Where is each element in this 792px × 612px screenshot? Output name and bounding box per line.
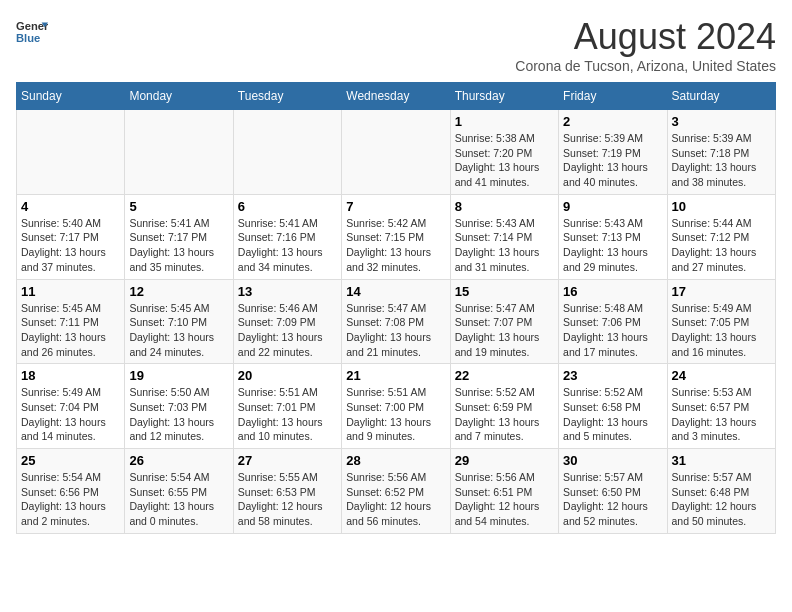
calendar-cell: 15Sunrise: 5:47 AM Sunset: 7:07 PM Dayli… [450, 279, 558, 364]
calendar-cell: 10Sunrise: 5:44 AM Sunset: 7:12 PM Dayli… [667, 194, 775, 279]
day-info: Sunrise: 5:54 AM Sunset: 6:56 PM Dayligh… [21, 470, 120, 529]
day-info: Sunrise: 5:45 AM Sunset: 7:11 PM Dayligh… [21, 301, 120, 360]
day-info: Sunrise: 5:55 AM Sunset: 6:53 PM Dayligh… [238, 470, 337, 529]
day-number: 27 [238, 453, 337, 468]
calendar-cell: 5Sunrise: 5:41 AM Sunset: 7:17 PM Daylig… [125, 194, 233, 279]
day-number: 18 [21, 368, 120, 383]
day-number: 25 [21, 453, 120, 468]
day-number: 10 [672, 199, 771, 214]
day-number: 11 [21, 284, 120, 299]
calendar-cell: 1Sunrise: 5:38 AM Sunset: 7:20 PM Daylig… [450, 110, 558, 195]
day-header-tuesday: Tuesday [233, 83, 341, 110]
day-number: 13 [238, 284, 337, 299]
calendar-cell: 4Sunrise: 5:40 AM Sunset: 7:17 PM Daylig… [17, 194, 125, 279]
calendar-table: SundayMondayTuesdayWednesdayThursdayFrid… [16, 82, 776, 534]
day-number: 6 [238, 199, 337, 214]
week-row-2: 4Sunrise: 5:40 AM Sunset: 7:17 PM Daylig… [17, 194, 776, 279]
calendar-cell: 11Sunrise: 5:45 AM Sunset: 7:11 PM Dayli… [17, 279, 125, 364]
day-number: 26 [129, 453, 228, 468]
day-info: Sunrise: 5:41 AM Sunset: 7:17 PM Dayligh… [129, 216, 228, 275]
calendar-cell: 6Sunrise: 5:41 AM Sunset: 7:16 PM Daylig… [233, 194, 341, 279]
calendar-cell: 30Sunrise: 5:57 AM Sunset: 6:50 PM Dayli… [559, 449, 667, 534]
day-number: 16 [563, 284, 662, 299]
day-info: Sunrise: 5:38 AM Sunset: 7:20 PM Dayligh… [455, 131, 554, 190]
day-number: 7 [346, 199, 445, 214]
calendar-cell: 12Sunrise: 5:45 AM Sunset: 7:10 PM Dayli… [125, 279, 233, 364]
day-info: Sunrise: 5:54 AM Sunset: 6:55 PM Dayligh… [129, 470, 228, 529]
day-number: 4 [21, 199, 120, 214]
day-header-wednesday: Wednesday [342, 83, 450, 110]
logo-icon: General Blue [16, 16, 48, 48]
day-number: 12 [129, 284, 228, 299]
day-header-thursday: Thursday [450, 83, 558, 110]
calendar-cell: 9Sunrise: 5:43 AM Sunset: 7:13 PM Daylig… [559, 194, 667, 279]
title-block: August 2024 Corona de Tucson, Arizona, U… [515, 16, 776, 74]
day-number: 3 [672, 114, 771, 129]
calendar-cell: 26Sunrise: 5:54 AM Sunset: 6:55 PM Dayli… [125, 449, 233, 534]
calendar-cell: 27Sunrise: 5:55 AM Sunset: 6:53 PM Dayli… [233, 449, 341, 534]
day-info: Sunrise: 5:56 AM Sunset: 6:51 PM Dayligh… [455, 470, 554, 529]
day-info: Sunrise: 5:43 AM Sunset: 7:14 PM Dayligh… [455, 216, 554, 275]
calendar-cell: 2Sunrise: 5:39 AM Sunset: 7:19 PM Daylig… [559, 110, 667, 195]
day-number: 20 [238, 368, 337, 383]
day-info: Sunrise: 5:48 AM Sunset: 7:06 PM Dayligh… [563, 301, 662, 360]
week-row-3: 11Sunrise: 5:45 AM Sunset: 7:11 PM Dayli… [17, 279, 776, 364]
day-number: 21 [346, 368, 445, 383]
calendar-cell: 23Sunrise: 5:52 AM Sunset: 6:58 PM Dayli… [559, 364, 667, 449]
calendar-cell: 25Sunrise: 5:54 AM Sunset: 6:56 PM Dayli… [17, 449, 125, 534]
calendar-cell: 22Sunrise: 5:52 AM Sunset: 6:59 PM Dayli… [450, 364, 558, 449]
day-info: Sunrise: 5:47 AM Sunset: 7:08 PM Dayligh… [346, 301, 445, 360]
day-info: Sunrise: 5:40 AM Sunset: 7:17 PM Dayligh… [21, 216, 120, 275]
location: Corona de Tucson, Arizona, United States [515, 58, 776, 74]
day-info: Sunrise: 5:49 AM Sunset: 7:04 PM Dayligh… [21, 385, 120, 444]
day-info: Sunrise: 5:52 AM Sunset: 6:59 PM Dayligh… [455, 385, 554, 444]
calendar-cell: 31Sunrise: 5:57 AM Sunset: 6:48 PM Dayli… [667, 449, 775, 534]
day-number: 24 [672, 368, 771, 383]
week-row-1: 1Sunrise: 5:38 AM Sunset: 7:20 PM Daylig… [17, 110, 776, 195]
day-info: Sunrise: 5:42 AM Sunset: 7:15 PM Dayligh… [346, 216, 445, 275]
day-number: 23 [563, 368, 662, 383]
day-number: 28 [346, 453, 445, 468]
day-info: Sunrise: 5:46 AM Sunset: 7:09 PM Dayligh… [238, 301, 337, 360]
day-header-monday: Monday [125, 83, 233, 110]
day-info: Sunrise: 5:51 AM Sunset: 7:00 PM Dayligh… [346, 385, 445, 444]
day-info: Sunrise: 5:57 AM Sunset: 6:50 PM Dayligh… [563, 470, 662, 529]
day-info: Sunrise: 5:43 AM Sunset: 7:13 PM Dayligh… [563, 216, 662, 275]
calendar-cell [125, 110, 233, 195]
calendar-cell: 13Sunrise: 5:46 AM Sunset: 7:09 PM Dayli… [233, 279, 341, 364]
calendar-cell [17, 110, 125, 195]
day-info: Sunrise: 5:45 AM Sunset: 7:10 PM Dayligh… [129, 301, 228, 360]
day-info: Sunrise: 5:44 AM Sunset: 7:12 PM Dayligh… [672, 216, 771, 275]
day-info: Sunrise: 5:47 AM Sunset: 7:07 PM Dayligh… [455, 301, 554, 360]
day-number: 29 [455, 453, 554, 468]
day-header-sunday: Sunday [17, 83, 125, 110]
day-number: 15 [455, 284, 554, 299]
day-header-friday: Friday [559, 83, 667, 110]
day-info: Sunrise: 5:49 AM Sunset: 7:05 PM Dayligh… [672, 301, 771, 360]
calendar-cell [233, 110, 341, 195]
day-number: 19 [129, 368, 228, 383]
day-number: 30 [563, 453, 662, 468]
month-title: August 2024 [515, 16, 776, 58]
day-header-saturday: Saturday [667, 83, 775, 110]
day-info: Sunrise: 5:52 AM Sunset: 6:58 PM Dayligh… [563, 385, 662, 444]
day-number: 9 [563, 199, 662, 214]
day-info: Sunrise: 5:39 AM Sunset: 7:18 PM Dayligh… [672, 131, 771, 190]
calendar-cell: 7Sunrise: 5:42 AM Sunset: 7:15 PM Daylig… [342, 194, 450, 279]
calendar-cell: 29Sunrise: 5:56 AM Sunset: 6:51 PM Dayli… [450, 449, 558, 534]
calendar-cell: 28Sunrise: 5:56 AM Sunset: 6:52 PM Dayli… [342, 449, 450, 534]
day-info: Sunrise: 5:57 AM Sunset: 6:48 PM Dayligh… [672, 470, 771, 529]
calendar-cell: 3Sunrise: 5:39 AM Sunset: 7:18 PM Daylig… [667, 110, 775, 195]
day-number: 31 [672, 453, 771, 468]
day-info: Sunrise: 5:50 AM Sunset: 7:03 PM Dayligh… [129, 385, 228, 444]
calendar-cell: 18Sunrise: 5:49 AM Sunset: 7:04 PM Dayli… [17, 364, 125, 449]
calendar-cell: 20Sunrise: 5:51 AM Sunset: 7:01 PM Dayli… [233, 364, 341, 449]
calendar-cell: 17Sunrise: 5:49 AM Sunset: 7:05 PM Dayli… [667, 279, 775, 364]
day-info: Sunrise: 5:41 AM Sunset: 7:16 PM Dayligh… [238, 216, 337, 275]
logo: General Blue [16, 16, 48, 48]
page-header: General Blue August 2024 Corona de Tucso… [16, 16, 776, 74]
day-number: 2 [563, 114, 662, 129]
calendar-cell: 21Sunrise: 5:51 AM Sunset: 7:00 PM Dayli… [342, 364, 450, 449]
day-number: 14 [346, 284, 445, 299]
calendar-cell [342, 110, 450, 195]
